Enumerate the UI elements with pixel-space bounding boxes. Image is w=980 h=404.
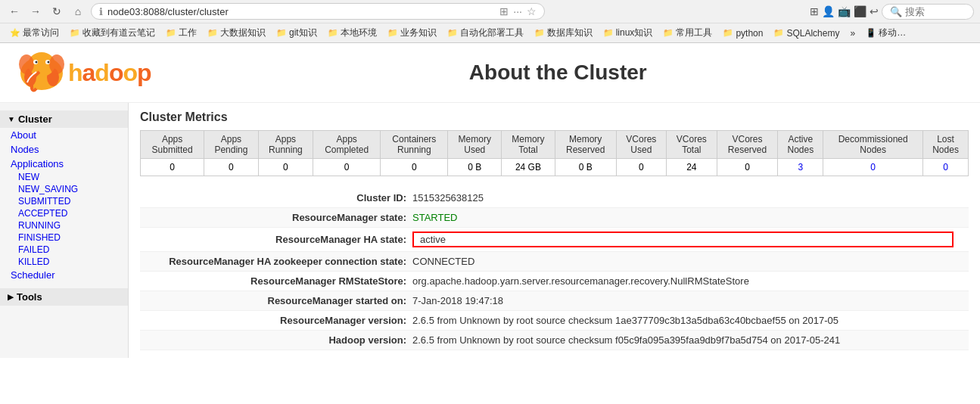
val-started-on: 7-Jan-2018 19:47:18 bbox=[412, 295, 954, 306]
home-button[interactable]: ⌂ bbox=[70, 3, 86, 20]
val-apps-running: 0 bbox=[258, 159, 313, 176]
folder-icon-1: 📁 bbox=[70, 28, 80, 38]
cast-icon: 📺 bbox=[838, 5, 851, 17]
bookmark-youdao[interactable]: 📁 收藏到有道云笔记 bbox=[66, 25, 159, 41]
val-containers-running: 0 bbox=[381, 159, 448, 176]
bookmark-bigdata[interactable]: 📁 大数据知识 bbox=[204, 25, 269, 41]
grid-icon: ⊞ bbox=[499, 5, 509, 17]
settings-icon: ↩ bbox=[870, 5, 879, 17]
info-row-rm-state: ResourceManager state: STARTED bbox=[140, 208, 969, 228]
val-active-nodes[interactable]: 3 bbox=[778, 159, 823, 176]
folder-icon-7: 📁 bbox=[447, 28, 458, 38]
search-input[interactable] bbox=[905, 6, 966, 17]
sidebar-section-tools[interactable]: ▶ Tools bbox=[0, 288, 128, 306]
folder-icon-5: 📁 bbox=[328, 28, 338, 38]
folder-icon-3: 📁 bbox=[207, 28, 218, 38]
bookmark-db[interactable]: 📁 数据库知识 bbox=[530, 25, 596, 41]
refresh-button[interactable]: ↻ bbox=[48, 3, 65, 20]
sidebar-link-running[interactable]: RUNNING bbox=[0, 219, 128, 232]
sidebar-link-scheduler[interactable]: Scheduler bbox=[0, 268, 128, 282]
svg-point-4 bbox=[19, 54, 34, 74]
lost-nodes-link[interactable]: 0 bbox=[943, 162, 948, 172]
sidebar-link-about[interactable]: About bbox=[0, 128, 128, 142]
hadoop-logo: hadoop bbox=[15, 51, 151, 95]
val-lost-nodes[interactable]: 0 bbox=[923, 159, 969, 176]
bookmark-python[interactable]: 📁 python bbox=[719, 26, 767, 40]
sidebar-link-nodes[interactable]: Nodes bbox=[0, 142, 128, 157]
label-rm-state: ResourceManager state: bbox=[155, 212, 412, 223]
label-rmstate-store: ResourceManager RMStateStore: bbox=[155, 275, 412, 287]
active-nodes-link[interactable]: 3 bbox=[798, 162, 803, 172]
ellipsis-icon: ··· bbox=[513, 5, 522, 17]
info-row-rmstate-store: ResourceManager RMStateStore: org.apache… bbox=[140, 272, 969, 291]
bookmark-zuichang[interactable]: ⭐ 最常访问 bbox=[6, 25, 63, 41]
bookmark-sqlalchemy[interactable]: 📁 SQLAlchemy bbox=[770, 26, 843, 40]
col-memory-used: MemoryUsed bbox=[448, 131, 502, 159]
sidebar-link-applications[interactable]: Applications bbox=[0, 157, 128, 171]
bookmark-label-10: 常用工具 bbox=[676, 26, 712, 39]
info-row-ha-state: ResourceManager HA state: active bbox=[140, 228, 969, 252]
sidebar: ▼ Cluster About Nodes Applications NEW N… bbox=[0, 103, 129, 358]
sidebar-link-new-saving[interactable]: NEW_SAVING bbox=[0, 183, 128, 195]
val-memory-reserved: 0 B bbox=[555, 159, 616, 176]
sidebar-link-failed[interactable]: FAILED bbox=[0, 244, 128, 256]
back-button[interactable]: ← bbox=[6, 3, 23, 20]
info-row-rm-version: ResourceManager version: 2.6.5 from Unkn… bbox=[140, 311, 969, 331]
bookmark-tools[interactable]: 📁 常用工具 bbox=[659, 25, 716, 41]
svg-point-8 bbox=[36, 61, 38, 64]
folder-icon-12: 📁 bbox=[773, 28, 784, 38]
col-memory-reserved: MemoryReserved bbox=[555, 131, 616, 159]
folder-icon-8: 📁 bbox=[534, 28, 545, 38]
bookmark-linux[interactable]: 📁 linux知识 bbox=[599, 25, 657, 41]
arrow-right-icon: ▶ bbox=[8, 293, 14, 301]
label-started-on: ResourceManager started on: bbox=[155, 295, 412, 306]
folder-icon-9: 📁 bbox=[603, 28, 614, 38]
browser-chrome: ← → ↻ ⌂ ℹ node03:8088/cluster/cluster ⊞ … bbox=[0, 0, 980, 43]
decommissioned-nodes-link[interactable]: 0 bbox=[870, 162, 876, 172]
sidebar-link-finished[interactable]: FINISHED bbox=[0, 232, 128, 244]
logo-text: hadoop bbox=[68, 59, 151, 87]
sidebar-link-killed[interactable]: KILLED bbox=[0, 256, 128, 268]
val-rm-state: STARTED bbox=[412, 212, 954, 223]
sidebar-link-new[interactable]: NEW bbox=[0, 171, 128, 183]
col-apps-running: AppsRunning bbox=[258, 131, 313, 159]
bookmark-label-1: 收藏到有道云笔记 bbox=[82, 26, 155, 39]
bookmark-local[interactable]: 📁 本地环境 bbox=[324, 25, 381, 41]
browser-toolbar: ← → ↻ ⌂ ℹ node03:8088/cluster/cluster ⊞ … bbox=[0, 0, 980, 23]
sidebar-cluster-links: About Nodes Applications NEW NEW_SAVING … bbox=[0, 128, 128, 282]
bookmark-git[interactable]: 📁 git知识 bbox=[272, 25, 321, 41]
sidebar-link-submitted[interactable]: SUBMITTED bbox=[0, 195, 128, 207]
star-icon-small: ⭐ bbox=[10, 28, 20, 38]
address-text: node03:8088/cluster/cluster bbox=[107, 6, 495, 17]
label-cluster-id: Cluster ID: bbox=[155, 192, 412, 204]
col-active-nodes: ActiveNodes bbox=[778, 131, 823, 159]
bookmark-label: 最常访问 bbox=[23, 26, 59, 39]
val-apps-completed: 0 bbox=[313, 159, 381, 176]
bookmarks-bar: ⭐ 最常访问 📁 收藏到有道云笔记 📁 工作 📁 大数据知识 📁 git知识 📁… bbox=[0, 23, 980, 42]
val-decommissioned-nodes[interactable]: 0 bbox=[823, 159, 923, 176]
sidebar-link-accepted[interactable]: ACCEPTED bbox=[0, 207, 128, 219]
bookmark-label-6: 业务知识 bbox=[400, 26, 437, 39]
page-title-area: About the Cluster bbox=[151, 61, 965, 85]
val-vcores-total: 24 bbox=[667, 159, 717, 176]
bookmark-more[interactable]: » bbox=[846, 26, 859, 40]
sidebar-section-cluster[interactable]: ▼ Cluster bbox=[0, 110, 128, 128]
val-memory-total: 24 GB bbox=[502, 159, 555, 176]
bookmark-deploy[interactable]: 📁 自动化部署工具 bbox=[443, 25, 527, 41]
bookmark-label-2: 工作 bbox=[179, 26, 197, 39]
star-icon[interactable]: ☆ bbox=[527, 5, 537, 17]
col-memory-total: MemoryTotal bbox=[502, 131, 555, 159]
bookmark-business[interactable]: 📁 业务知识 bbox=[384, 25, 440, 41]
search-bar[interactable]: 🔍 bbox=[882, 4, 974, 20]
val-vcores-reserved: 0 bbox=[717, 159, 778, 176]
col-apps-completed: AppsCompleted bbox=[313, 131, 381, 159]
address-bar[interactable]: ℹ node03:8088/cluster/cluster ⊞ ··· ☆ bbox=[91, 3, 545, 20]
tablet-icon: ⬛ bbox=[854, 5, 866, 17]
bookmark-work[interactable]: 📁 工作 bbox=[162, 25, 201, 41]
bookmark-label-7: 自动化部署工具 bbox=[460, 26, 524, 39]
bookmark-label-4: git知识 bbox=[289, 26, 317, 39]
content-area: ▼ Cluster About Nodes Applications NEW N… bbox=[0, 103, 980, 358]
folder-icon-6: 📁 bbox=[387, 28, 398, 38]
bookmark-mobile[interactable]: 📱 移动… bbox=[862, 25, 910, 41]
forward-button[interactable]: → bbox=[27, 3, 44, 20]
